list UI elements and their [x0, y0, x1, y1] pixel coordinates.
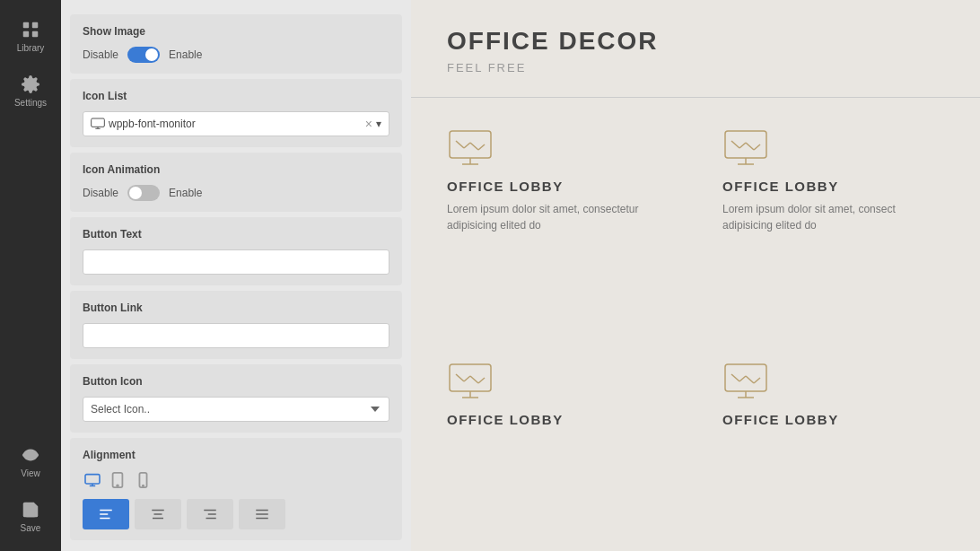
svg-point-15 — [142, 485, 143, 486]
svg-line-46 — [464, 376, 470, 381]
svg-line-33 — [470, 143, 478, 150]
card-1-title: OFFICE LOBBY — [447, 179, 669, 194]
card-2: OFFICE LOBBY Lorem ipsum dolor sit amet,… — [722, 125, 944, 331]
card-1-icon — [447, 125, 494, 171]
svg-line-32 — [464, 143, 470, 148]
svg-point-13 — [117, 485, 118, 486]
tablet-device-icon[interactable] — [108, 470, 127, 490]
mobile-device-icon[interactable] — [133, 470, 153, 490]
sidebar-item-view[interactable]: View — [0, 434, 61, 489]
card-3-title: OFFICE LOBBY — [447, 412, 669, 427]
icon-list-dropdown[interactable]: wppb-font-monitor × ▾ — [83, 111, 389, 136]
monitor-icon — [91, 118, 105, 130]
save-icon — [21, 500, 40, 520]
svg-line-40 — [746, 143, 754, 150]
sidebar-item-library[interactable]: Library — [0, 9, 61, 64]
preview-area: OFFICE DECOR FEEL FREE OFFICE LOBBY Lore… — [411, 0, 980, 551]
card-4-icon — [722, 358, 769, 405]
align-left-icon — [98, 506, 114, 522]
svg-line-31 — [456, 141, 464, 148]
svg-rect-9 — [85, 475, 100, 484]
align-justify-icon — [254, 506, 270, 522]
show-image-section: Show Image Disable Enable — [70, 14, 402, 74]
button-text-input[interactable] — [83, 249, 389, 275]
svg-rect-3 — [32, 31, 38, 37]
svg-line-47 — [470, 376, 478, 383]
sidebar-item-save[interactable]: Save — [0, 489, 61, 544]
device-icons-row — [83, 470, 389, 490]
preview-grid: OFFICE LOBBY Lorem ipsum dolor sit amet,… — [411, 98, 980, 551]
button-icon-section: Button Icon Select Icon.. arrow-right ar… — [70, 364, 402, 433]
monitor-card-icon-4 — [722, 358, 769, 405]
icon-list-title: Icon List — [83, 90, 389, 102]
card-1: OFFICE LOBBY Lorem ipsum dolor sit amet,… — [447, 125, 669, 331]
card-3-icon — [447, 358, 494, 405]
button-icon-select[interactable]: Select Icon.. arrow-right arrow-left che… — [83, 397, 389, 422]
card-2-text: Lorem ipsum dolor sit amet, consect adip… — [722, 201, 938, 233]
svg-rect-42 — [450, 364, 491, 391]
monitor-card-icon-2 — [722, 125, 769, 171]
svg-line-55 — [754, 378, 760, 383]
svg-line-52 — [731, 374, 739, 381]
icon-list-value: wppb-font-monitor — [109, 118, 196, 130]
svg-rect-49 — [725, 364, 766, 391]
svg-rect-0 — [23, 22, 29, 28]
preview-subtitle: FEEL FREE — [447, 61, 944, 74]
card-4: OFFICE LOBBY — [722, 358, 944, 525]
align-right-button[interactable] — [187, 499, 233, 529]
settings-icon — [21, 74, 40, 94]
align-center-button[interactable] — [135, 499, 181, 529]
svg-line-41 — [754, 144, 760, 150]
icon-animation-disable-label: Disable — [83, 187, 118, 199]
svg-rect-2 — [23, 31, 29, 37]
monitor-card-icon-3 — [447, 358, 494, 405]
svg-rect-35 — [725, 131, 766, 158]
icon-list-selected: wppb-font-monitor — [91, 118, 365, 130]
chevron-down-icon: ▾ — [376, 118, 381, 130]
show-image-enable-label: Enable — [169, 48, 202, 61]
desktop-device-icon[interactable] — [83, 470, 102, 490]
alignment-title: Alignment — [83, 449, 389, 461]
card-2-title: OFFICE LOBBY — [722, 179, 944, 194]
svg-rect-28 — [450, 131, 491, 158]
button-link-section: Button Link — [70, 291, 402, 359]
card-4-title: OFFICE LOBBY — [722, 412, 944, 427]
view-label: View — [21, 468, 40, 478]
card-2-icon — [722, 125, 769, 171]
icon-list-clear[interactable]: × — [365, 117, 372, 131]
svg-line-48 — [478, 378, 485, 383]
sidebar-item-settings[interactable]: Settings — [0, 64, 61, 118]
show-image-title: Show Image — [83, 25, 389, 38]
svg-rect-1 — [32, 22, 38, 28]
button-link-title: Button Link — [83, 302, 389, 314]
alignment-section: Alignment — [70, 438, 402, 540]
svg-line-54 — [746, 376, 754, 383]
preview-title: OFFICE DECOR — [447, 27, 944, 56]
icon-sidebar: Library Settings View Save — [0, 0, 61, 551]
preview-header: OFFICE DECOR FEEL FREE — [411, 0, 980, 98]
icon-animation-section: Icon Animation Disable Enable — [70, 153, 402, 212]
library-icon — [21, 20, 40, 39]
svg-line-34 — [478, 144, 485, 150]
svg-line-38 — [731, 141, 739, 148]
card-3: OFFICE LOBBY — [447, 358, 669, 525]
show-image-disable-label: Disable — [83, 48, 118, 61]
settings-label: Settings — [14, 98, 47, 108]
align-justify-button[interactable] — [239, 499, 285, 529]
icon-animation-toggle[interactable] — [127, 185, 160, 201]
save-label: Save — [21, 523, 41, 533]
view-icon — [21, 445, 40, 465]
icon-list-section: Icon List wppb-font-monitor × ▾ — [70, 79, 402, 147]
svg-line-45 — [456, 374, 464, 381]
card-1-text: Lorem ipsum dolor sit amet, consectetur … — [447, 201, 662, 233]
icon-animation-toggle-row: Disable Enable — [83, 185, 389, 201]
show-image-toggle[interactable] — [127, 47, 160, 63]
show-image-toggle-row: Disable Enable — [83, 47, 389, 63]
icon-animation-title: Icon Animation — [83, 163, 389, 176]
settings-panel: Show Image Disable Enable Icon List wppb… — [61, 0, 411, 551]
button-link-input[interactable] — [83, 323, 389, 348]
button-text-section: Button Text — [70, 217, 402, 285]
svg-line-39 — [739, 143, 746, 148]
align-left-button[interactable] — [83, 499, 129, 529]
button-text-title: Button Text — [83, 228, 389, 241]
